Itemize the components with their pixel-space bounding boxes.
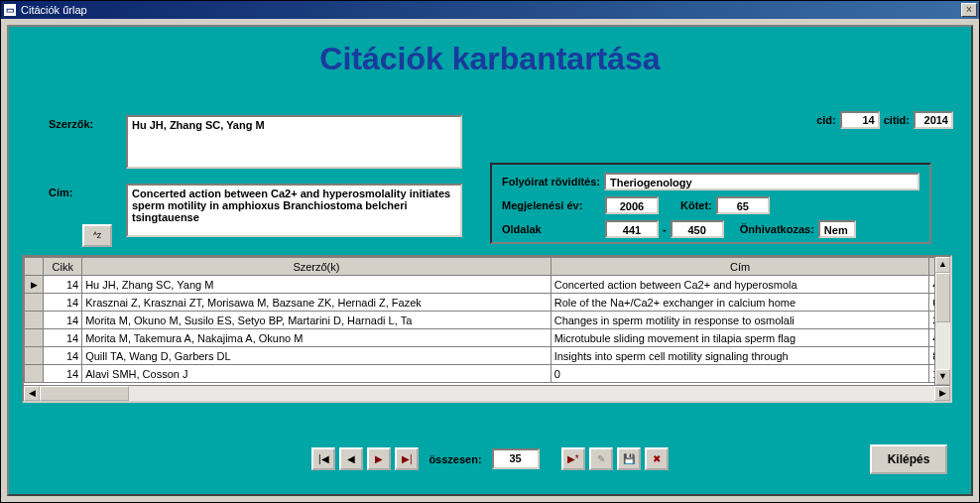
- table-row[interactable]: 14Morita M, Takemura A, Nakajima A, Okun…: [25, 329, 935, 347]
- nav-last-button[interactable]: ▶|: [395, 447, 419, 470]
- citid-label: citid:: [884, 114, 910, 126]
- page-sep: -: [663, 223, 667, 235]
- row-selector[interactable]: [25, 312, 44, 329]
- scroll-left-icon[interactable]: ◀: [24, 386, 40, 401]
- total-field[interactable]: 35: [492, 448, 540, 469]
- close-icon[interactable]: ×: [961, 3, 977, 17]
- record-nav-bar: |◀ ◀ ▶ ▶| összesen: 35 ▶* ✎ 💾 ✖: [9, 447, 971, 470]
- total-label: összesen:: [429, 453, 481, 465]
- volume-field[interactable]: 65: [716, 196, 770, 214]
- cell-cim[interactable]: Microtubule sliding movement in tilapia …: [551, 329, 929, 347]
- authors-field[interactable]: Hu JH, Zhang SC, Yang M: [126, 115, 462, 169]
- cell-szerzok[interactable]: Alavi SMH, Cosson J: [82, 365, 551, 383]
- nav-edit-button[interactable]: ✎: [589, 447, 613, 470]
- grid-vscrollbar[interactable]: ▲ ▼: [934, 257, 950, 385]
- page-to-field[interactable]: 450: [671, 220, 724, 238]
- volume-label: Kötet:: [680, 199, 712, 211]
- cell-szerzok[interactable]: Morita M, Takemura A, Nakajima A, Okuno …: [82, 329, 551, 347]
- form-icon: ▭: [3, 3, 17, 17]
- row-selector[interactable]: [25, 347, 44, 365]
- cell-cim[interactable]: Insights into sperm cell motility signal…: [551, 347, 929, 365]
- table-row[interactable]: 14Morita M, Okuno M, Susilo ES, Setyo BP…: [25, 312, 935, 329]
- nav-first-button[interactable]: |◀: [311, 447, 335, 470]
- col-szerzok[interactable]: Szerző(k): [82, 258, 551, 276]
- nav-new-button[interactable]: ▶*: [561, 447, 585, 470]
- pages-label: Oldalak: [502, 223, 601, 235]
- row-selector[interactable]: [25, 294, 44, 312]
- row-selector[interactable]: [25, 365, 44, 383]
- nav-prev-button[interactable]: ◀: [339, 447, 363, 470]
- title-bar: ▭ Citációk űrlap ×: [1, 1, 979, 19]
- col-rowsel[interactable]: [25, 258, 44, 276]
- form-window: ▭ Citációk űrlap × Citációk karbantartás…: [0, 0, 980, 503]
- cell-szerzok[interactable]: Krasznai Z, Krasznai ZT, Morisawa M, Baz…: [82, 294, 551, 312]
- journal-abbrev-field[interactable]: Theriogenology: [604, 173, 919, 190]
- authors-label: Szerzők:: [49, 118, 93, 130]
- cid-field[interactable]: 14: [840, 111, 880, 129]
- exit-button[interactable]: Kilépés: [870, 444, 947, 474]
- cell-cim[interactable]: Concerted action between Ca2+ and hypero…: [551, 276, 929, 294]
- grid-table[interactable]: Cikk Szerző(k) Cím Első old Utolsó Megj.…: [24, 257, 934, 383]
- id-group: cid: 14 citid: 2014: [816, 111, 953, 129]
- scroll-down-icon[interactable]: ▼: [935, 369, 950, 385]
- col-cikk[interactable]: Cikk: [44, 258, 82, 276]
- cid-label: cid:: [816, 114, 836, 126]
- cell-cikk[interactable]: 14: [44, 329, 82, 347]
- table-row[interactable]: ▶14Hu JH, Zhang SC, Yang MConcerted acti…: [25, 276, 935, 294]
- nav-save-button[interactable]: 💾: [617, 447, 641, 470]
- citid-field[interactable]: 2014: [914, 111, 953, 129]
- selfref-field[interactable]: Nem: [818, 220, 856, 238]
- journal-abbrev-label: Folyóirat rövidítés:: [502, 176, 600, 188]
- col-cim[interactable]: Cím: [551, 258, 929, 276]
- page-title: Citációk karbantartása: [9, 41, 971, 77]
- client-area: Citációk karbantartása cid: 14 citid: 20…: [1, 19, 979, 502]
- citations-grid[interactable]: Cikk Szerző(k) Cím Első old Utolsó Megj.…: [22, 255, 952, 403]
- nav-next-button[interactable]: ▶: [367, 447, 391, 470]
- table-row[interactable]: 14Quill TA, Wang D, Garbers DLInsights i…: [25, 347, 935, 365]
- row-selector[interactable]: ▶: [25, 276, 44, 294]
- cell-cikk[interactable]: 14: [44, 294, 82, 312]
- sort-az-button[interactable]: ᴬz: [82, 224, 112, 247]
- grid-header-row: Cikk Szerző(k) Cím Első old Utolsó Megj.: [25, 258, 935, 276]
- pub-year-label: Megjelenési év:: [502, 199, 601, 211]
- main-panel: Citációk karbantartása cid: 14 citid: 20…: [7, 25, 973, 496]
- cell-cim[interactable]: Role of the Na+/Ca2+ exchanger in calciu…: [551, 294, 929, 312]
- vscroll-thumb[interactable]: [935, 273, 950, 322]
- cell-cikk[interactable]: 14: [44, 276, 82, 294]
- cell-cim[interactable]: 0: [551, 365, 929, 383]
- nav-delete-button[interactable]: ✖: [645, 447, 669, 470]
- table-row[interactable]: 14Krasznai Z, Krasznai ZT, Morisawa M, B…: [25, 294, 935, 312]
- table-row[interactable]: 14Alavi SMH, Cosson J010111020052: [25, 365, 935, 383]
- title-field[interactable]: Concerted action between Ca2+ and hypero…: [126, 184, 462, 237]
- publication-panel: Folyóirat rövidítés: Theriogenology Megj…: [490, 163, 931, 244]
- scroll-right-icon[interactable]: ▶: [934, 386, 950, 401]
- cell-szerzok[interactable]: Quill TA, Wang D, Garbers DL: [82, 347, 551, 365]
- row-selector[interactable]: [25, 329, 44, 347]
- title-label: Cím:: [49, 187, 72, 198]
- page-from-field[interactable]: 441: [605, 220, 659, 238]
- cell-cikk[interactable]: 14: [44, 347, 82, 365]
- pub-year-field[interactable]: 2006: [605, 196, 659, 214]
- window-title: Citációk űrlap: [21, 4, 87, 16]
- scroll-up-icon[interactable]: ▲: [935, 257, 950, 273]
- cell-szerzok[interactable]: Morita M, Okuno M, Susilo ES, Setyo BP, …: [82, 312, 551, 329]
- cell-cim[interactable]: Changes in sperm motility in response to…: [551, 312, 929, 329]
- selfref-label: Önhivatkozas:: [740, 223, 814, 235]
- cell-szerzok[interactable]: Hu JH, Zhang SC, Yang M: [82, 276, 551, 294]
- hscroll-thumb[interactable]: [40, 386, 129, 401]
- grid-hscrollbar[interactable]: ◀ ▶: [24, 385, 950, 401]
- cell-cikk[interactable]: 14: [44, 365, 82, 383]
- cell-cikk[interactable]: 14: [44, 312, 82, 329]
